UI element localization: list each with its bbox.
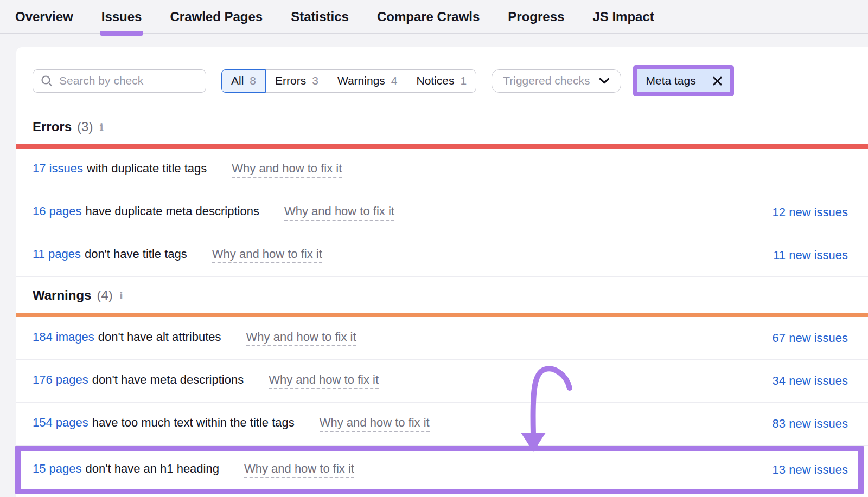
issue-text: have duplicate meta descriptions — [86, 204, 259, 218]
filter-count: 3 — [312, 74, 318, 87]
tab-crawled-pages[interactable]: Crawled Pages — [170, 0, 263, 34]
meta-tags-filter-highlight: Meta tags — [633, 65, 734, 96]
filter-label: Errors — [275, 74, 306, 87]
tab-label: Statistics — [291, 9, 349, 24]
issue-description: 11 pagesdon't have title tagsWhy and how… — [33, 247, 322, 263]
tab-label: Compare Crawls — [377, 9, 480, 24]
issue-count-link[interactable]: 154 pages — [33, 416, 88, 430]
tab-statistics[interactable]: Statistics — [291, 0, 349, 34]
filter-count: 4 — [391, 74, 398, 87]
filter-all[interactable]: All8 — [221, 69, 266, 93]
section-title: Errors — [33, 119, 72, 134]
issue-text: with duplicate title tags — [87, 162, 207, 176]
issue-text: don't have title tags — [85, 247, 187, 261]
new-issues-link[interactable]: 34 new issues — [773, 374, 848, 388]
filter-label: All — [231, 74, 244, 87]
section-count: (3) — [77, 119, 93, 134]
issues-list: Errors(3)i17 issueswith duplicate title … — [16, 119, 868, 494]
tab-label: Overview — [15, 9, 73, 24]
issue-count-link[interactable]: 15 pages — [33, 462, 82, 476]
issue-row: 15 pagesdon't have an h1 headingWhy and … — [21, 451, 858, 489]
why-how-to-fix-link[interactable]: Why and how to fix it — [232, 162, 342, 178]
issue-description: 184 imagesdon't have alt attributesWhy a… — [33, 330, 356, 346]
why-how-to-fix-link[interactable]: Why and how to fix it — [246, 330, 356, 346]
filter-count: 1 — [461, 74, 467, 87]
tab-issues[interactable]: Issues — [101, 0, 142, 34]
meta-tags-filter-chip[interactable]: Meta tags — [637, 69, 730, 92]
chip-label: Meta tags — [637, 74, 705, 87]
active-tab-underline — [100, 31, 144, 36]
new-issues-link[interactable]: 12 new issues — [773, 205, 848, 220]
search-input[interactable] — [59, 74, 198, 87]
new-issues-link[interactable]: 67 new issues — [773, 331, 848, 345]
why-how-to-fix-link[interactable]: Why and how to fix it — [244, 462, 354, 478]
filter-errors[interactable]: Errors3 — [266, 70, 328, 92]
issue-row: 176 pagesdon't have meta descriptionsWhy… — [16, 360, 868, 403]
issue-text: don't have an h1 heading — [86, 462, 219, 476]
issue-count-link[interactable]: 16 pages — [33, 204, 82, 218]
issue-count-link[interactable]: 11 pages — [33, 247, 81, 261]
why-how-to-fix-link[interactable]: Why and how to fix it — [269, 373, 379, 389]
top-nav: OverviewIssuesCrawled PagesStatisticsCom… — [0, 0, 868, 34]
tab-label: Crawled Pages — [170, 9, 263, 24]
filter-label: Warnings — [337, 74, 385, 87]
tab-label: Issues — [101, 9, 142, 24]
why-how-to-fix-link[interactable]: Why and how to fix it — [320, 416, 430, 432]
severity-filter-group: All8Errors3Warnings4Notices1 — [221, 69, 476, 93]
new-issues-link[interactable]: 83 new issues — [773, 417, 848, 431]
issue-text: have too much text within the title tags — [92, 416, 295, 430]
section-count: (4) — [97, 288, 112, 303]
search-icon — [41, 75, 53, 87]
info-icon[interactable]: i — [119, 289, 123, 301]
triggered-checks-label: Triggered checks — [503, 74, 590, 87]
issue-row: 16 pageshave duplicate meta descriptions… — [16, 191, 868, 234]
tab-compare-crawls[interactable]: Compare Crawls — [377, 0, 480, 34]
chip-remove-button[interactable] — [705, 76, 730, 86]
search-by-check[interactable] — [33, 69, 206, 93]
triggered-checks-dropdown[interactable]: Triggered checks — [492, 69, 621, 93]
info-icon[interactable]: i — [99, 121, 103, 133]
close-icon — [712, 76, 723, 86]
severity-color-bar — [16, 313, 868, 317]
issue-description: 16 pageshave duplicate meta descriptions… — [33, 204, 394, 221]
tab-js-impact[interactable]: JS Impact — [592, 0, 654, 34]
issue-description: 17 issueswith duplicate title tagsWhy an… — [33, 162, 342, 178]
tab-progress[interactable]: Progress — [508, 0, 564, 34]
issue-description: 154 pageshave too much text within the t… — [33, 416, 430, 432]
issue-text: don't have alt attributes — [98, 330, 221, 344]
issue-row: 11 pagesdon't have title tagsWhy and how… — [16, 234, 868, 277]
issue-count-link[interactable]: 17 issues — [33, 162, 83, 176]
issue-count-link[interactable]: 184 images — [33, 330, 94, 344]
filter-warnings[interactable]: Warnings4 — [328, 70, 407, 92]
section-warnings: Warnings(4)i184 imagesdon't have alt att… — [16, 288, 868, 494]
why-how-to-fix-link[interactable]: Why and how to fix it — [284, 204, 394, 221]
new-issues-link[interactable]: 11 new issues — [773, 248, 848, 262]
section-errors: Errors(3)i17 issueswith duplicate title … — [16, 119, 868, 277]
tab-overview[interactable]: Overview — [15, 0, 73, 34]
section-title: Warnings — [33, 288, 91, 303]
section-header: Errors(3)i — [33, 119, 868, 134]
severity-color-bar — [16, 144, 868, 149]
issue-row: 17 issueswith duplicate title tagsWhy an… — [16, 149, 868, 191]
tab-label: Progress — [508, 9, 564, 24]
section-header: Warnings(4)i — [33, 288, 868, 303]
issue-text: don't have meta descriptions — [92, 373, 244, 387]
filter-label: Notices — [417, 74, 455, 87]
issue-row: 184 imagesdon't have alt attributesWhy a… — [16, 317, 868, 360]
issues-panel: All8Errors3Warnings4Notices1 Triggered c… — [16, 47, 868, 497]
why-how-to-fix-link[interactable]: Why and how to fix it — [212, 247, 322, 263]
issue-description: 176 pagesdon't have meta descriptionsWhy… — [33, 373, 379, 389]
issue-row: 154 pageshave too much text within the t… — [16, 403, 868, 446]
filter-notices[interactable]: Notices1 — [407, 70, 476, 92]
filter-toolbar: All8Errors3Warnings4Notices1 Triggered c… — [16, 47, 868, 96]
chevron-down-icon — [599, 78, 610, 84]
issue-description: 15 pagesdon't have an h1 headingWhy and … — [33, 462, 354, 478]
new-issues-link[interactable]: 13 new issues — [773, 463, 848, 477]
highlighted-issue-row: 15 pagesdon't have an h1 headingWhy and … — [15, 446, 864, 494]
tab-label: JS Impact — [592, 9, 654, 24]
issue-count-link[interactable]: 176 pages — [33, 373, 88, 387]
filter-count: 8 — [250, 74, 256, 87]
